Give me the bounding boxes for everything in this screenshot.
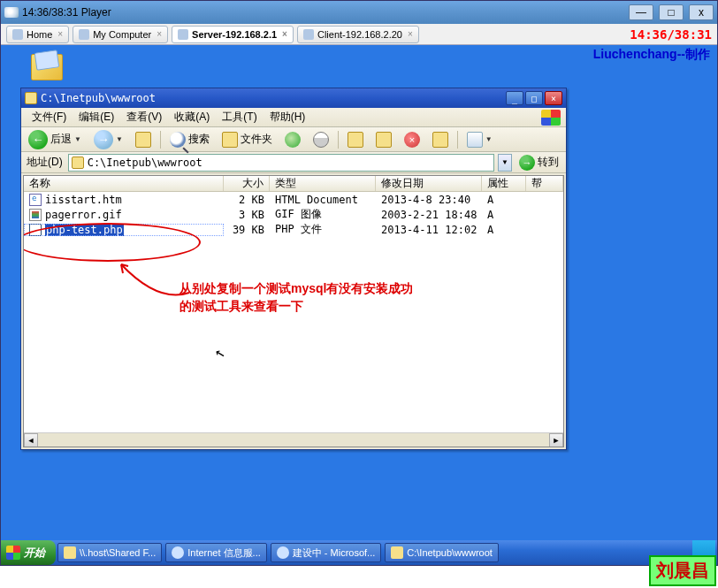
undo-button[interactable] <box>429 130 452 149</box>
search-button[interactable]: 搜索 <box>166 130 213 149</box>
explorer-addressbar: 地址(D) C:\Inetpub\wwwroot ▼ → 转到 <box>21 152 566 173</box>
menu-tools[interactable]: 工具(T) <box>217 108 262 126</box>
back-button[interactable]: ← 后退 ▼ <box>25 128 85 151</box>
task-label: \\.host\Shared F... <box>80 547 156 558</box>
col-date[interactable]: 修改日期 <box>376 176 482 191</box>
folders-label: 文件夹 <box>241 132 272 147</box>
tab-label: My Computer <box>93 29 151 40</box>
forward-button[interactable]: → ▼ <box>90 128 126 151</box>
explorer-menubar: 文件(F) 编辑(E) 查看(V) 收藏(A) 工具(T) 帮助(H) <box>21 108 566 127</box>
taskbar-item[interactable]: Internet 信息服... <box>165 543 267 562</box>
scroll-right-button[interactable]: ► <box>549 433 563 447</box>
tab-mycomputer[interactable]: My Computer × <box>73 26 168 43</box>
search-icon <box>170 132 186 148</box>
address-input[interactable]: C:\Inetpub\wwwroot <box>68 154 494 172</box>
moveto-icon <box>348 132 363 148</box>
sync-button[interactable] <box>281 130 304 149</box>
explorer-titlebar[interactable]: C:\Inetpub\wwwroot _ □ × <box>21 88 566 108</box>
task-label: C:\Inetpub\wwwroot <box>407 547 493 558</box>
file-size: 2 KB <box>224 194 270 206</box>
desktop-mydocs-icon[interactable] <box>26 54 68 89</box>
back-label: 后退 <box>50 132 72 147</box>
file-type: PHP 文件 <box>270 222 376 237</box>
windows-flag-icon <box>541 110 561 126</box>
tab-home[interactable]: Home × <box>6 26 69 43</box>
file-date: 2013-4-11 12:02 <box>376 224 482 236</box>
history-icon <box>313 132 329 148</box>
vm-minimize-button[interactable]: — <box>629 4 653 20</box>
folder-icon <box>31 54 63 80</box>
vm-player-window: 14:36/38:31 Player — □ x Home × My Compu… <box>0 0 718 566</box>
chevron-down-icon: ▼ <box>116 135 123 143</box>
views-button[interactable]: ▼ <box>463 130 496 149</box>
address-dropdown[interactable]: ▼ <box>498 154 512 172</box>
col-name[interactable]: 名称 <box>24 176 224 191</box>
folder-icon <box>64 546 76 559</box>
column-headers: 名称 大小 类型 修改日期 属性 帮 <box>24 176 563 192</box>
scroll-left-button[interactable]: ◄ <box>24 433 38 447</box>
go-icon: → <box>519 155 535 171</box>
annotation-text: 从别处复制一个测试mysql有没有安装成功 的测试工具来查看一下 <box>180 280 413 315</box>
tab-close-icon[interactable]: × <box>408 29 413 39</box>
copyto-button[interactable] <box>372 130 395 149</box>
delete-button[interactable]: × <box>401 130 424 149</box>
folder-icon <box>391 546 403 559</box>
explorer-window: C:\Inetpub\wwwroot _ □ × 文件(F) 编辑(E) 查看(… <box>20 88 567 450</box>
horizontal-scrollbar[interactable]: ◄ ► <box>24 432 563 447</box>
folder-icon <box>25 92 37 104</box>
menu-edit[interactable]: 编辑(E) <box>73 108 119 126</box>
up-button[interactable] <box>132 130 155 149</box>
tab-close-icon[interactable]: × <box>157 29 162 39</box>
file-name: pagerror.gif <box>45 209 122 221</box>
taskbar-item[interactable]: 建设中 - Microsof... <box>271 543 382 562</box>
computer-icon <box>79 29 89 40</box>
explorer-minimize-button[interactable]: _ <box>506 91 523 105</box>
php-file-icon <box>29 224 42 236</box>
tab-label: Server-192.168.2.1 <box>192 29 277 40</box>
taskbar-item[interactable]: C:\Inetpub\wwwroot <box>385 543 499 562</box>
go-button[interactable]: → 转到 <box>516 155 562 171</box>
moveto-button[interactable] <box>344 130 367 149</box>
explorer-maximize-button[interactable]: □ <box>525 91 543 105</box>
menu-help[interactable]: 帮助(H) <box>264 108 311 126</box>
vm-title-text: 14:36/38:31 Player <box>22 6 111 19</box>
vm-maximize-button[interactable]: □ <box>659 4 684 20</box>
folders-button[interactable]: 文件夹 <box>218 130 276 149</box>
tab-label: Client-192.168.2.20 <box>317 29 402 40</box>
task-label: Internet 信息服... <box>187 546 261 560</box>
col-extra[interactable]: 帮 <box>526 176 563 191</box>
explorer-title: C:\Inetpub\wwwroot <box>41 92 156 104</box>
col-size[interactable]: 大小 <box>224 176 270 191</box>
file-size: 3 KB <box>224 209 270 221</box>
explorer-toolbar: ← 后退 ▼ → ▼ 搜索 文件夹 <box>21 127 566 152</box>
history-button[interactable] <box>309 130 332 149</box>
col-attr[interactable]: 属性 <box>482 176 526 191</box>
tab-client[interactable]: Client-192.168.2.20 × <box>297 26 419 43</box>
arrow-left-icon: ← <box>28 130 48 149</box>
timestamp-label: 14:36/38:31 <box>630 27 712 42</box>
start-button[interactable]: 开始 <box>1 540 56 565</box>
file-rows: iisstart.htm 2 KB HTML Document 2013-4-8… <box>24 192 563 432</box>
vm-close-button[interactable]: x <box>689 4 714 20</box>
html-file-icon <box>29 194 42 206</box>
scroll-track[interactable] <box>38 433 549 447</box>
file-row[interactable]: php-test.php 39 KB PHP 文件 2013-4-11 12:0… <box>24 222 563 237</box>
menu-view[interactable]: 查看(V) <box>121 108 167 126</box>
file-row[interactable]: iisstart.htm 2 KB HTML Document 2013-4-8… <box>24 192 563 207</box>
tab-close-icon[interactable]: × <box>57 29 63 39</box>
vm-tabstrip: Home × My Computer × Server-192.168.2.1 … <box>1 24 717 45</box>
start-label: 开始 <box>24 546 45 561</box>
tab-server[interactable]: Server-192.168.2.1 × <box>172 26 294 43</box>
taskbar-item[interactable]: \\.host\Shared F... <box>57 543 162 562</box>
file-attr: A <box>482 209 526 221</box>
separator <box>457 131 458 149</box>
col-type[interactable]: 类型 <box>270 176 376 191</box>
guest-desktop: Liuchenchang--制作 C:\Inetpub\wwwroot _ □ … <box>1 45 717 565</box>
menu-file[interactable]: 文件(F) <box>27 108 72 126</box>
views-icon <box>467 132 483 148</box>
explorer-close-button[interactable]: × <box>545 91 562 105</box>
menu-favorites[interactable]: 收藏(A) <box>169 108 215 126</box>
file-row[interactable]: pagerror.gif 3 KB GIF 图像 2003-2-21 18:48… <box>24 207 563 222</box>
windows-taskbar: 开始 \\.host\Shared F... Internet 信息服... 建… <box>1 540 717 565</box>
tab-close-icon[interactable]: × <box>282 29 287 39</box>
